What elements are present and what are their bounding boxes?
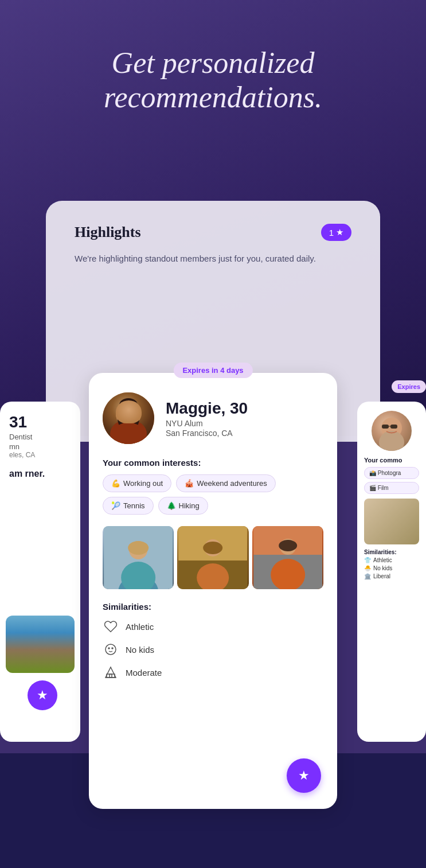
right-shirt-icon: 👕 xyxy=(364,557,371,563)
right-baby-icon: 🐣 xyxy=(364,565,371,571)
interest-tag-weekend: 🎪 Weekend adventures xyxy=(176,474,276,492)
right-sim-athletic-text: Athletic xyxy=(373,557,392,563)
profile-photo xyxy=(103,392,154,444)
athletic-icon xyxy=(103,618,119,635)
badge-star-icon: ★ xyxy=(336,227,343,238)
photography-label: Photogra xyxy=(378,470,401,476)
interest-tag-tennis: 🎾 Tennis xyxy=(103,497,154,515)
profile-photos-grid xyxy=(103,526,323,589)
right-profile-photo-inner xyxy=(372,411,412,451)
right-profile-photo xyxy=(372,411,412,451)
left-card-landscape-inner xyxy=(6,616,75,673)
hero-title: Get personalized recommendations. xyxy=(0,46,426,115)
svg-point-25 xyxy=(105,644,116,655)
similarities-section-label: Similarities: xyxy=(103,602,323,612)
left-card-tagline: am rner. xyxy=(9,468,71,480)
hiking-emoji: 🌲 xyxy=(167,501,176,510)
left-star-button[interactable]: ★ xyxy=(28,680,57,710)
left-star-icon: ★ xyxy=(37,688,48,703)
left-card-age: 31 xyxy=(9,413,71,431)
right-similarities-label: Similarities: xyxy=(364,549,419,555)
weekend-label: Weekend adventures xyxy=(197,479,267,488)
profile-photo-inner xyxy=(103,392,154,444)
right-interest-photography: 📸 Photogra xyxy=(364,467,419,479)
right-bank-icon: 🏛️ xyxy=(364,573,371,579)
svg-point-27 xyxy=(112,648,113,649)
hiking-label: Hiking xyxy=(179,501,200,510)
right-common-interests-label: Your commo xyxy=(364,457,419,464)
expires-badge: Expires in 4 days xyxy=(173,363,252,378)
main-star-icon: ★ xyxy=(298,768,310,783)
similarity-nokids: No kids xyxy=(103,641,323,657)
svg-point-18 xyxy=(203,542,222,554)
right-sim-nokids-text: No kids xyxy=(373,565,392,571)
workout-label: Working out xyxy=(123,479,163,488)
left-card-job: Dentist xyxy=(9,433,71,441)
right-sim-athletic: 👕 Athletic xyxy=(364,557,419,563)
profile-school: NYU Alum xyxy=(166,419,323,428)
right-sim-liberal-text: Liberal xyxy=(373,573,390,579)
workout-emoji: 💪 xyxy=(111,479,120,488)
tennis-emoji: 🎾 xyxy=(111,501,120,510)
interests-section-label: Your common interests: xyxy=(103,458,323,468)
svg-point-8 xyxy=(120,404,136,421)
similarity-moderate: Moderate xyxy=(103,664,323,680)
nokids-icon xyxy=(103,641,119,657)
main-profile-card: Expires in 4 days Maggie, 30 xyxy=(89,373,337,809)
svg-rect-2 xyxy=(382,425,389,429)
svg-point-23 xyxy=(279,540,297,551)
right-profile-card: Your commo 📸 Photogra 🎬 Film Similaritie… xyxy=(357,402,426,742)
photography-emoji: 📸 xyxy=(369,470,376,476)
highlights-title: Highlights xyxy=(75,224,141,241)
profile-info: Maggie, 30 NYU Alum San Francisco, CA xyxy=(166,399,323,438)
tennis-label: Tennis xyxy=(123,501,145,510)
svg-rect-3 xyxy=(390,425,397,429)
profile-location: San Francisco, CA xyxy=(166,429,323,438)
interests-tags-container: 💪 Working out 🎪 Weekend adventures 🎾 Ten… xyxy=(103,474,323,515)
left-card-suffix: mn xyxy=(9,442,71,451)
right-expires-badge: Expires xyxy=(392,380,426,393)
svg-point-13 xyxy=(128,541,148,555)
main-star-button[interactable]: ★ xyxy=(287,758,321,793)
left-profile-card: 31 Dentist mn eles, CA am rner. ★ xyxy=(0,402,80,742)
svg-point-7 xyxy=(110,419,147,444)
film-label: Film xyxy=(378,485,389,491)
highlights-header: Highlights 1 ★ xyxy=(75,224,351,241)
moderate-text: Moderate xyxy=(126,668,162,678)
film-emoji: 🎬 xyxy=(369,485,376,491)
similarity-athletic: Athletic xyxy=(103,618,323,635)
right-interest-film: 🎬 Film xyxy=(364,482,419,494)
left-card-landscape-photo xyxy=(6,616,75,673)
profile-photo-2 xyxy=(177,526,248,589)
profile-photo-3 xyxy=(252,526,323,589)
right-sim-liberal: 🏛️ Liberal xyxy=(364,573,419,579)
right-sim-nokids: 🐣 No kids xyxy=(364,565,419,571)
nokids-text: No kids xyxy=(126,645,154,655)
left-card-location: eles, CA xyxy=(9,451,71,459)
highlights-badge: 1 ★ xyxy=(321,224,351,241)
profile-name: Maggie, 30 xyxy=(166,399,323,418)
interest-tag-hiking: 🌲 Hiking xyxy=(158,497,208,515)
profile-photo-1 xyxy=(103,526,174,589)
right-card-photo xyxy=(364,499,419,544)
weekend-emoji: 🎪 xyxy=(185,479,194,488)
svg-point-1 xyxy=(379,431,404,451)
highlights-subtitle: We're highlighting standout members just… xyxy=(75,252,351,266)
profile-header: Maggie, 30 NYU Alum San Francisco, CA xyxy=(103,392,323,444)
badge-count: 1 xyxy=(329,228,334,238)
svg-point-9 xyxy=(119,398,138,412)
athletic-text: Athletic xyxy=(126,622,154,632)
moderate-icon xyxy=(103,664,119,680)
interest-tag-workout: 💪 Working out xyxy=(103,474,171,492)
svg-point-26 xyxy=(108,648,110,649)
svg-rect-28 xyxy=(110,674,112,678)
